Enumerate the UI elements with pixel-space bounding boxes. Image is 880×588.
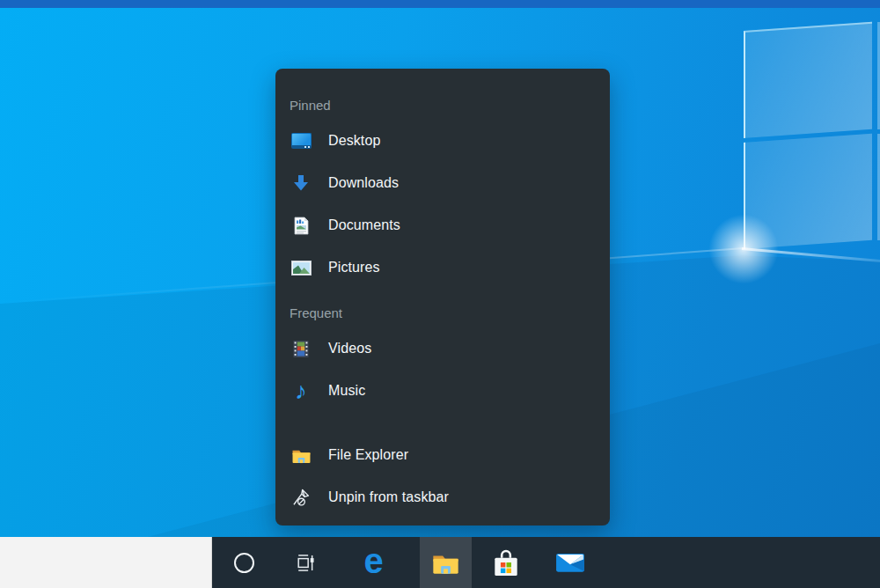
edge-icon: e xyxy=(363,543,383,578)
section-header-label: Pinned xyxy=(290,98,331,113)
file-explorer-icon xyxy=(290,444,312,467)
jumplist-item-videos[interactable]: Videos xyxy=(275,327,610,370)
file-explorer-jumplist: Pinned Desktop Downloads xyxy=(275,69,610,526)
jumplist-item-pictures[interactable]: Pictures xyxy=(275,246,610,289)
jumplist-tasks: File Explorer Unpin from taskbar xyxy=(275,434,610,518)
top-edge-strip xyxy=(0,0,880,8)
downloads-icon xyxy=(290,172,312,195)
cortana-icon xyxy=(234,553,254,573)
file-explorer-icon xyxy=(431,551,460,575)
task-view-icon xyxy=(295,553,315,573)
jumplist-item-music[interactable]: ♪ Music xyxy=(275,370,610,412)
jumplist-item-documents[interactable]: Documents xyxy=(275,204,610,246)
mail-button[interactable] xyxy=(544,537,596,588)
mail-icon xyxy=(555,550,585,575)
taskbar: e xyxy=(0,537,880,588)
videos-icon xyxy=(290,337,312,360)
jumplist-item-file-explorer[interactable]: File Explorer xyxy=(275,434,610,476)
section-header-label: Frequent xyxy=(290,305,342,320)
unpin-icon xyxy=(290,486,312,509)
section-header-pinned: Pinned xyxy=(275,81,610,120)
file-explorer-button[interactable] xyxy=(420,537,472,588)
task-view-button[interactable] xyxy=(279,537,331,588)
jumplist-item-downloads[interactable]: Downloads xyxy=(275,162,610,204)
search-input[interactable] xyxy=(0,537,212,588)
store-button[interactable] xyxy=(480,537,532,588)
music-icon: ♪ xyxy=(290,379,312,402)
edge-button[interactable]: e xyxy=(348,537,400,588)
store-icon xyxy=(490,548,522,577)
windows-logo-pane-top xyxy=(744,22,872,138)
section-header-frequent: Frequent xyxy=(275,289,610,327)
jumplist-item-unpin[interactable]: Unpin from taskbar xyxy=(275,476,610,518)
jumplist-item-desktop[interactable]: Desktop xyxy=(275,120,610,162)
cortana-button[interactable] xyxy=(218,537,270,588)
desktop-icon xyxy=(290,129,312,152)
documents-icon xyxy=(290,214,312,237)
screen: Pinned Desktop Downloads xyxy=(0,0,880,588)
pictures-icon xyxy=(290,256,312,279)
